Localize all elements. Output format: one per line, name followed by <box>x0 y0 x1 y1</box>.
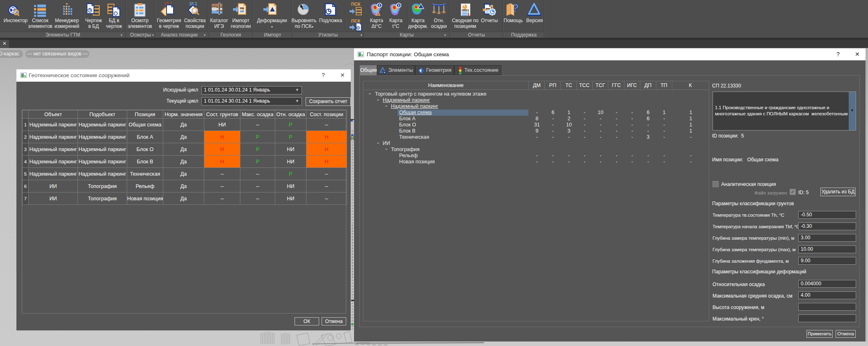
svg-text:ПСК: ПСК <box>351 2 361 7</box>
